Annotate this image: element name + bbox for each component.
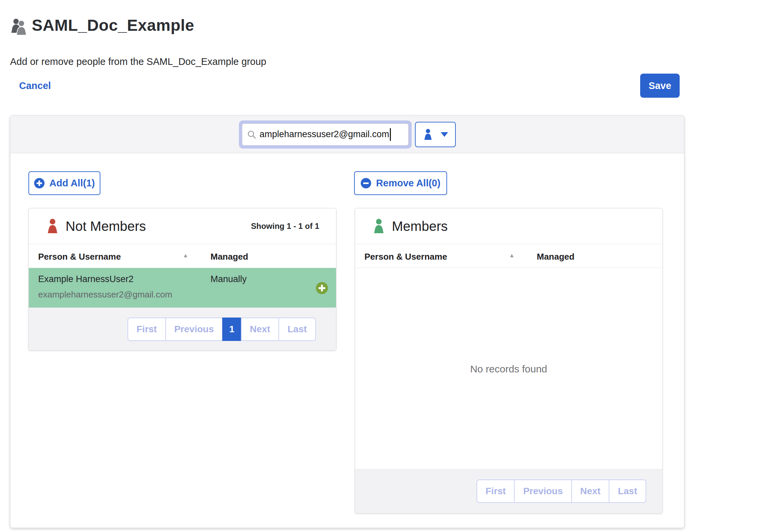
person-red-icon [46, 218, 60, 234]
add-plus-icon[interactable] [316, 282, 328, 294]
column-managed[interactable]: Managed [210, 252, 248, 262]
page-subtitle: Add or remove people from the SAML_Doc_E… [10, 56, 266, 67]
members-title: Members [392, 219, 448, 234]
not-members-header: Not Members Showing 1 - 1 of 1 [29, 208, 336, 244]
minus-circle-icon [361, 178, 371, 188]
search-icon [247, 130, 256, 139]
plus-circle-icon [34, 178, 45, 188]
pagination-next-button[interactable]: Next [571, 479, 610, 503]
search-input-value: ampleharnessuser2@gmail.com [260, 129, 390, 140]
not-members-card: Not Members Showing 1 - 1 of 1 Person & … [28, 208, 336, 351]
search-strip: ampleharnessuser2@gmail.com [10, 116, 684, 153]
not-members-row[interactable]: Example HarnessUser2 exampleharnessuser2… [29, 268, 336, 308]
group-icon [10, 18, 30, 35]
pagination-next-button[interactable]: Next [241, 318, 279, 341]
row-username: exampleharnessuser2@gmail.com [38, 289, 172, 300]
search-focus-ring: ampleharnessuser2@gmail.com [239, 120, 412, 149]
sort-asc-icon[interactable]: ▲ [183, 252, 188, 259]
pagination-page-1-button[interactable]: 1 [222, 318, 242, 341]
pagination-previous-button[interactable]: Previous [165, 318, 223, 341]
pagination-previous-button[interactable]: Previous [514, 479, 572, 503]
pagination-first-button[interactable]: First [477, 479, 515, 503]
chevron-down-icon [441, 132, 448, 137]
members-column-headers: Person & Username ▲ Managed [355, 244, 662, 268]
not-members-pagination: First Previous 1 Next Last [29, 307, 336, 350]
row-person-name: Example HarnessUser2 [38, 274, 134, 284]
members-header: Members [355, 208, 662, 244]
column-person-username[interactable]: Person & Username [38, 252, 121, 262]
column-person-username[interactable]: Person & Username [364, 252, 447, 262]
save-button[interactable]: Save [640, 74, 680, 98]
column-managed[interactable]: Managed [537, 252, 575, 262]
members-empty-state: No records found [355, 268, 662, 470]
person-green-icon [372, 218, 386, 234]
add-all-button[interactable]: Add All(1) [28, 171, 100, 195]
person-icon [423, 128, 433, 141]
pagination-first-button[interactable]: First [127, 318, 166, 341]
sort-asc-icon[interactable]: ▲ [509, 252, 515, 259]
row-managed-value: Manually [210, 274, 247, 284]
text-cursor [390, 128, 391, 141]
members-card: Members Person & Username ▲ Managed No r… [355, 208, 663, 514]
page-title: SAML_Doc_Example [32, 16, 194, 34]
remove-all-button[interactable]: Remove All(0) [354, 171, 447, 195]
not-members-showing: Showing 1 - 1 of 1 [251, 221, 319, 231]
no-records-text: No records found [470, 363, 547, 375]
remove-all-label: Remove All(0) [376, 178, 440, 189]
add-all-label: Add All(1) [50, 178, 95, 189]
members-pagination: First Previous Next Last [355, 469, 662, 513]
pagination-last-button[interactable]: Last [278, 318, 316, 341]
search-input[interactable]: ampleharnessuser2@gmail.com [242, 123, 409, 146]
search-filter-dropdown[interactable] [415, 122, 456, 147]
pagination-last-button[interactable]: Last [609, 479, 646, 503]
not-members-column-headers: Person & Username ▲ Managed [29, 244, 336, 268]
cancel-link[interactable]: Cancel [19, 80, 51, 91]
not-members-title: Not Members [66, 219, 146, 234]
